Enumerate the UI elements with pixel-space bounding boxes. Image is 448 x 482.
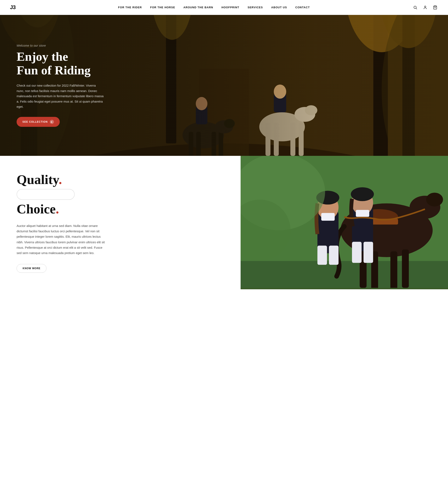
svg-rect-53 (317, 246, 327, 265)
hero-section: Welcome to our store Enjoy the Fun of Ri… (0, 15, 448, 156)
svg-rect-48 (390, 251, 397, 289)
account-button[interactable] (422, 5, 428, 10)
svg-rect-61 (364, 242, 373, 263)
quality-section: Quality. Choice. Auctor aliquet habitant… (0, 156, 448, 289)
quality-heading1: Quality. (16, 172, 224, 187)
site-header: J3 FOR THE RIDER FOR THE HORSE AROUND TH… (0, 0, 448, 15)
svg-line-1 (416, 8, 417, 9)
hero-title: Enjoy the Fun of Riding (16, 50, 104, 77)
svg-point-0 (414, 6, 416, 8)
quality-illustration (240, 156, 448, 289)
hero-content: Welcome to our store Enjoy the Fun of Ri… (0, 15, 120, 156)
nav-contact[interactable]: CONTACT (295, 6, 310, 9)
see-collection-label: SEE COLLECTION (22, 120, 48, 123)
svg-rect-68 (240, 288, 448, 289)
search-icon (413, 5, 417, 9)
hero-description: Check out our new collection for 2022 Fa… (16, 83, 104, 109)
site-logo[interactable]: J3 (10, 4, 16, 11)
user-icon (423, 5, 427, 9)
quality-description: Auctor aliquet habitant at urna sed diam… (16, 223, 108, 256)
bag-icon (433, 5, 437, 9)
svg-rect-65 (356, 210, 369, 217)
nav-for-the-horse[interactable]: FOR THE HORSE (150, 6, 175, 9)
see-collection-button[interactable]: SEE COLLECTION ► (16, 117, 60, 127)
hero-title-line2: Fun of Riding (16, 63, 91, 77)
svg-point-64 (351, 187, 374, 201)
quality-heading2: Choice. (16, 202, 224, 216)
nav-around-the-barn[interactable]: AROUND THE BARN (183, 6, 213, 9)
know-more-label: KNOW MORE (23, 267, 40, 270)
quality-left: Quality. Choice. Auctor aliquet habitant… (0, 156, 240, 289)
cart-button[interactable] (432, 5, 438, 10)
hero-eyebrow: Welcome to our store (16, 44, 104, 47)
svg-point-2 (424, 6, 426, 7)
nav-hoofprint[interactable]: HOOFPRINT (222, 6, 239, 9)
nav-services[interactable]: SERVICES (248, 6, 263, 9)
nav-for-the-rider[interactable]: FOR THE RIDER (118, 6, 142, 9)
svg-rect-54 (329, 246, 338, 265)
know-more-button[interactable]: KNOW MORE (16, 264, 47, 273)
quality-divider (16, 189, 75, 200)
header-actions (412, 5, 438, 10)
quality-right (240, 156, 448, 289)
main-nav: FOR THE RIDER FOR THE HORSE AROUND THE B… (118, 6, 310, 9)
arrow-icon: ► (50, 120, 54, 124)
search-button[interactable] (412, 5, 418, 10)
svg-point-45 (426, 193, 443, 207)
svg-rect-58 (321, 213, 335, 221)
nav-about-us[interactable]: ABOUT US (271, 6, 287, 9)
hero-title-line1: Enjoy the (16, 50, 68, 63)
svg-rect-49 (402, 249, 409, 288)
svg-rect-42 (240, 261, 448, 289)
svg-rect-60 (352, 242, 361, 263)
